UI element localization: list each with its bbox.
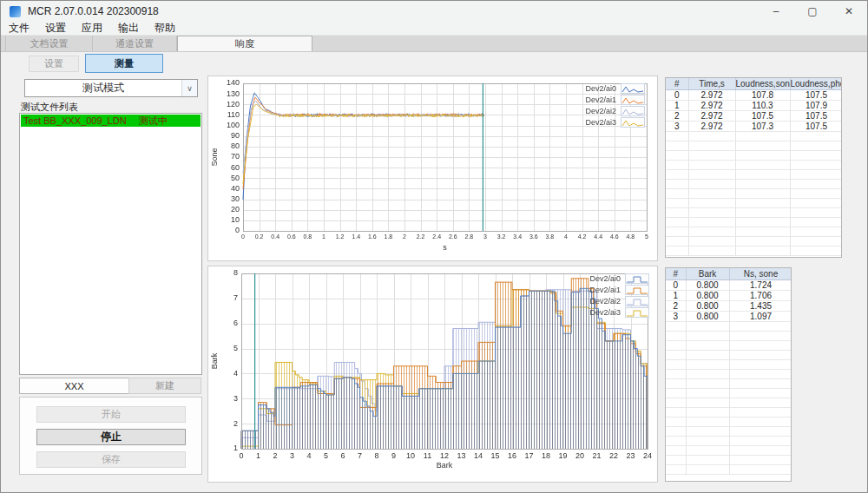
table-cell: 1.435 (729, 300, 792, 311)
table-cell (666, 131, 688, 141)
table-row[interactable] (666, 369, 792, 378)
table-cell: 1.097 (729, 311, 792, 321)
table-cell (686, 369, 729, 378)
table-cell (688, 246, 735, 255)
legend-item[interactable]: Dev2/ai3 (585, 117, 645, 128)
table-row[interactable] (666, 150, 842, 160)
chevron-down-icon[interactable]: ∨ (181, 80, 197, 96)
table-row[interactable] (666, 169, 842, 179)
table-row[interactable] (666, 227, 842, 236)
legend-item[interactable]: Dev2/ai3 (589, 307, 649, 318)
menu-help[interactable]: 帮助 (147, 21, 183, 36)
bottom-chart-legend: Dev2/ai0 Dev2/ai1 Dev2/ai2 Dev2/ai3 (589, 273, 649, 318)
tab-loudness[interactable]: 响度 (177, 36, 312, 51)
table-cell: 0.800 (686, 290, 729, 300)
list-item[interactable]: Test BB_XXX_009_LDN测试中 (21, 115, 201, 127)
table-cell (735, 207, 790, 217)
table-row[interactable] (666, 407, 792, 417)
table-row[interactable] (666, 445, 792, 455)
table-row[interactable] (666, 350, 792, 359)
close-button[interactable]: ✕ (831, 1, 867, 22)
table-cell (666, 227, 688, 236)
table-row[interactable] (666, 417, 792, 426)
table-row[interactable] (666, 359, 792, 369)
table-cell (729, 321, 792, 331)
legend-item[interactable]: Dev2/ai1 (589, 285, 649, 295)
table-row[interactable] (666, 455, 792, 464)
minimize-button[interactable]: – (758, 1, 794, 22)
table-row[interactable] (666, 179, 842, 188)
table-cell (729, 407, 792, 417)
legend-item[interactable]: Dev2/ai1 (585, 95, 645, 105)
table-row[interactable] (666, 464, 792, 474)
legend-item[interactable]: Dev2/ai2 (585, 106, 645, 116)
table-cell (688, 141, 735, 150)
bark-table: #BarkNs, sone 00.8001.72410.8001.70620.8… (665, 267, 792, 482)
file-name: Test BB_XXX_009_LDN (23, 115, 127, 126)
legend-item[interactable]: Dev2/ai0 (589, 273, 649, 284)
table-row[interactable] (666, 131, 842, 141)
table-cell: 0.800 (686, 311, 729, 321)
table-cell (686, 426, 729, 436)
menu-file[interactable]: 文件 (1, 21, 37, 36)
column-header: Loudness,sone (735, 78, 790, 89)
table-row[interactable] (666, 340, 792, 350)
table-row[interactable] (666, 378, 792, 388)
subtab-measure-button[interactable]: 测量 (85, 54, 163, 73)
maximize-button[interactable]: ▢ (794, 1, 831, 22)
table-cell (729, 388, 792, 398)
xxx-button[interactable]: XXX (19, 378, 129, 394)
new-button[interactable]: 新建 (128, 378, 201, 394)
table-row[interactable] (666, 141, 842, 150)
table-row[interactable]: 10.8001.706 (666, 290, 792, 300)
table-row[interactable] (666, 236, 842, 246)
table-cell (735, 217, 790, 227)
window-title: MCR 2.07.0.014 202300918 (28, 5, 159, 17)
stop-button[interactable]: 停止 (36, 429, 186, 445)
legend-item[interactable]: Dev2/ai2 (589, 296, 649, 306)
table-row[interactable]: 30.8001.097 (666, 311, 792, 321)
table-row[interactable] (666, 426, 792, 436)
table-cell (666, 426, 686, 436)
table-row[interactable] (666, 198, 842, 207)
tab-document-settings[interactable]: 文档设置 (5, 36, 93, 51)
table-cell (735, 169, 790, 179)
menu-application[interactable]: 应用 (74, 21, 110, 36)
table-cell (666, 340, 686, 350)
table-row[interactable]: 12.972110.3107.9 (666, 100, 842, 110)
table-row[interactable]: 02.972107.8107.5 (666, 89, 842, 100)
table-row[interactable]: 00.8001.724 (666, 279, 792, 290)
table-row[interactable] (666, 321, 792, 331)
save-button[interactable]: 保存 (36, 451, 186, 468)
menu-output[interactable]: 输出 (110, 21, 147, 36)
menu-settings[interactable]: 设置 (37, 21, 74, 36)
table-row[interactable] (666, 331, 792, 340)
table-cell: 1.724 (729, 279, 792, 290)
table-row[interactable] (666, 246, 842, 255)
table-row[interactable] (666, 160, 842, 169)
table-cell (686, 464, 729, 474)
table-row[interactable] (666, 207, 842, 217)
table-cell (688, 207, 735, 217)
tab-channel-settings[interactable]: 通道设置 (93, 36, 177, 51)
table-row[interactable]: 32.972107.3107.5 (666, 121, 842, 131)
table-row[interactable] (666, 398, 792, 407)
test-file-listbox[interactable]: Test BB_XXX_009_LDN测试中 (19, 113, 202, 375)
table-cell: 2 (666, 110, 688, 121)
table-cell (686, 321, 729, 331)
table-cell (686, 398, 729, 407)
start-button[interactable]: 开始 (36, 406, 186, 423)
table-row[interactable] (666, 217, 842, 227)
table-row[interactable] (666, 188, 842, 198)
table-cell (790, 188, 842, 198)
table-row[interactable]: 20.8001.435 (666, 300, 792, 311)
legend-item[interactable]: Dev2/ai0 (585, 83, 645, 94)
table-cell (666, 169, 688, 179)
step-sample-icon (625, 285, 649, 295)
table-cell (666, 388, 686, 398)
table-row[interactable]: 22.972107.5107.5 (666, 110, 842, 121)
test-mode-dropdown[interactable]: 测试模式 ∨ (24, 79, 198, 97)
subtab-settings-button[interactable]: 设置 (29, 56, 79, 72)
table-row[interactable] (666, 436, 792, 445)
table-row[interactable] (666, 388, 792, 398)
